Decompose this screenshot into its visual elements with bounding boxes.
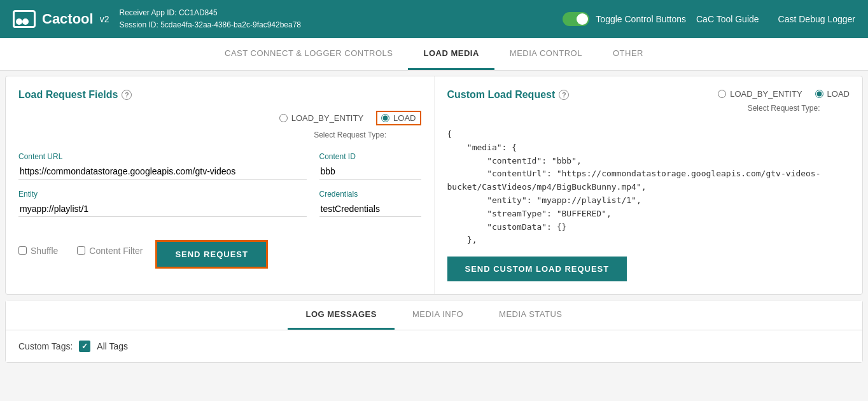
content-url-group: Content URL [18,152,307,179]
radio-load-by-entity[interactable]: LOAD_BY_ENTITY [279,113,363,123]
form-row-url-id: Content URL Content ID [18,152,421,179]
main-content: Load Request Fields ? LOAD_BY_ENTITY LOA… [5,76,863,295]
custom-radio-group: LOAD_BY_ENTITY LOAD [718,89,850,99]
credentials-group: Credentials [319,190,421,217]
receiver-app-id: CC1AD845 [179,8,218,17]
app-title: Cactool [42,11,94,27]
content-filter-checkbox-label[interactable]: Content Filter [77,246,143,256]
entity-input[interactable] [18,201,307,217]
tab-cast-connect[interactable]: CAST CONNECT & LOGGER CONTROLS [209,38,408,70]
cast-icon [13,10,36,28]
custom-radio-load-by-entity-input[interactable] [718,90,726,98]
shuffle-checkbox[interactable] [18,246,27,255]
tab-media-control[interactable]: MEDIA CONTROL [494,38,598,70]
request-type-selector: LOAD_BY_ENTITY LOAD Select Request Type: [279,111,421,147]
cast-debug-logger-link[interactable]: Cast Debug Logger [778,14,855,24]
session-id: 5cdae4fa-32aa-4386-ba2c-9fac942bea78 [160,20,301,29]
content-id-group: Content ID [319,152,421,179]
load-media-card: Load Request Fields ? LOAD_BY_ENTITY LOA… [5,76,863,295]
custom-load-json-editor[interactable]: { "media": { "contentId": "bbb", "conten… [447,128,850,247]
content-id-input[interactable] [319,164,421,179]
all-tags-label: All Tags [97,341,128,351]
header-links: CaC Tool Guide Cast Debug Logger [696,14,855,24]
toggle-switch[interactable] [563,12,589,26]
custom-request-type-label: Select Request Type: [748,104,820,113]
form-row-entity-creds: Entity Credentials [18,190,421,217]
tab-other[interactable]: OTHER [598,38,659,70]
shuffle-checkbox-label[interactable]: Shuffle [18,246,58,256]
load-request-section: Load Request Fields ? LOAD_BY_ENTITY LOA… [6,76,434,294]
entity-group: Entity [18,190,307,217]
radio-load[interactable]: LOAD [376,111,421,125]
toggle-label: Toggle Control Buttons [596,14,686,24]
tab-load-media[interactable]: LOAD MEDIA [408,38,494,70]
radio-load-input[interactable] [381,114,389,122]
tab-media-status[interactable]: MEDIA STATUS [481,300,580,330]
receiver-app-id-label: Receiver App ID: [119,8,176,17]
content-filter-checkbox[interactable] [77,246,85,255]
session-id-label: Session ID: [119,20,158,29]
custom-tags-label: Custom Tags: [18,341,73,351]
custom-radio-load[interactable]: LOAD [815,89,850,99]
load-request-title: Load Request Fields ? [18,89,421,101]
custom-radio-load-input[interactable] [815,90,823,98]
header: Cactool v2 Receiver App ID: CC1AD845 Ses… [0,0,868,38]
custom-request-type-selector: LOAD_BY_ENTITY LOAD Select Request Type: [718,89,850,120]
all-tags-checkbox[interactable]: ✓ [79,341,90,352]
tab-media-info[interactable]: MEDIA INFO [395,300,481,330]
content-url-label: Content URL [18,152,307,161]
load-request-help-icon[interactable]: ? [122,90,132,100]
toggle-area: Toggle Control Buttons [563,12,686,26]
custom-radio-load-by-entity[interactable]: LOAD_BY_ENTITY [718,89,802,99]
request-type-label: Select Request Type: [314,130,386,139]
send-custom-load-request-button[interactable]: SEND CUSTOM LOAD REQUEST [447,257,627,281]
custom-load-section: Custom Load Request ? LOAD_BY_ENTITY LOA… [434,76,863,294]
logo-area: Cactool v2 [13,10,109,28]
app-version: v2 [100,14,109,24]
send-request-button[interactable]: SEND REQUEST [155,240,268,269]
all-tags-checkmark: ✓ [81,342,88,351]
content-url-input[interactable] [18,164,307,179]
session-info: Receiver App ID: CC1AD845 Session ID: 5c… [119,7,301,31]
bottom-tabs: LOG MESSAGES MEDIA INFO MEDIA STATUS [6,300,862,330]
credentials-input[interactable] [319,201,421,217]
radio-group-load: LOAD_BY_ENTITY LOAD [279,111,421,125]
content-id-label: Content ID [319,152,421,161]
custom-load-help-icon[interactable]: ? [559,90,569,100]
checkbox-row: Shuffle Content Filter [18,246,143,256]
nav-tabs: CAST CONNECT & LOGGER CONTROLS LOAD MEDI… [0,38,868,71]
entity-label: Entity [18,190,307,199]
radio-load-by-entity-input[interactable] [279,114,288,122]
custom-tags-area: Custom Tags: ✓ All Tags [6,330,862,362]
bottom-section: LOG MESSAGES MEDIA INFO MEDIA STATUS Cus… [5,300,863,363]
tab-log-messages[interactable]: LOG MESSAGES [288,300,394,330]
custom-load-title: Custom Load Request ? [447,89,570,101]
cac-tool-guide-link[interactable]: CaC Tool Guide [696,14,759,24]
credentials-label: Credentials [319,190,421,199]
